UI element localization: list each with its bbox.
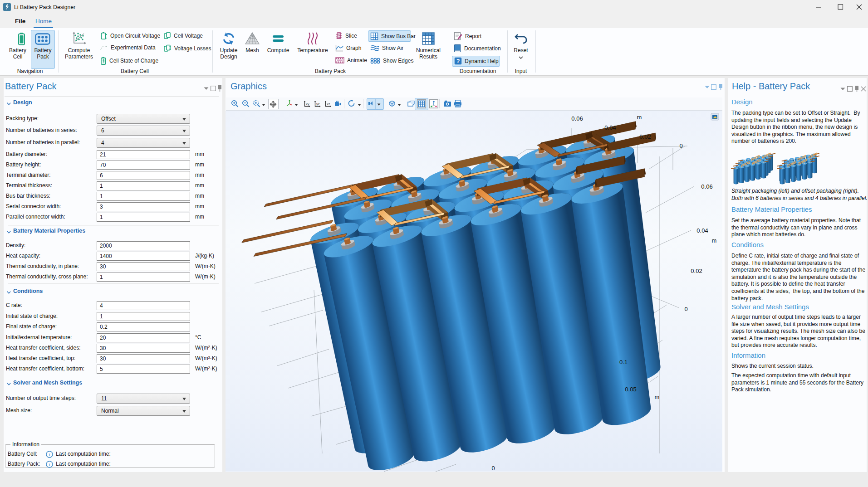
svg-text:0: 0: [491, 465, 495, 472]
svg-text:m: m: [637, 114, 642, 121]
svg-text:0.02: 0.02: [639, 133, 651, 140]
svg-text:0: 0: [684, 306, 687, 312]
svg-text:m: m: [655, 394, 660, 400]
svg-text:xy: xy: [306, 102, 309, 106]
svg-text:i: i: [49, 462, 50, 467]
svg-text:i: i: [49, 452, 50, 457]
svg-text:yz: yz: [316, 102, 320, 106]
svg-text:xz: xz: [327, 102, 330, 106]
svg-text:0.04: 0.04: [696, 227, 708, 234]
svg-text:0.02: 0.02: [691, 268, 702, 274]
svg-text:0.05: 0.05: [625, 386, 636, 393]
svg-text:0.06: 0.06: [571, 115, 583, 122]
svg-text:m: m: [712, 237, 717, 244]
svg-text:0.1: 0.1: [619, 359, 628, 365]
svg-text:?: ?: [456, 58, 460, 64]
svg-text:0.06: 0.06: [701, 183, 712, 190]
svg-text:0.04: 0.04: [604, 124, 616, 131]
svg-text:0: 0: [679, 142, 682, 149]
